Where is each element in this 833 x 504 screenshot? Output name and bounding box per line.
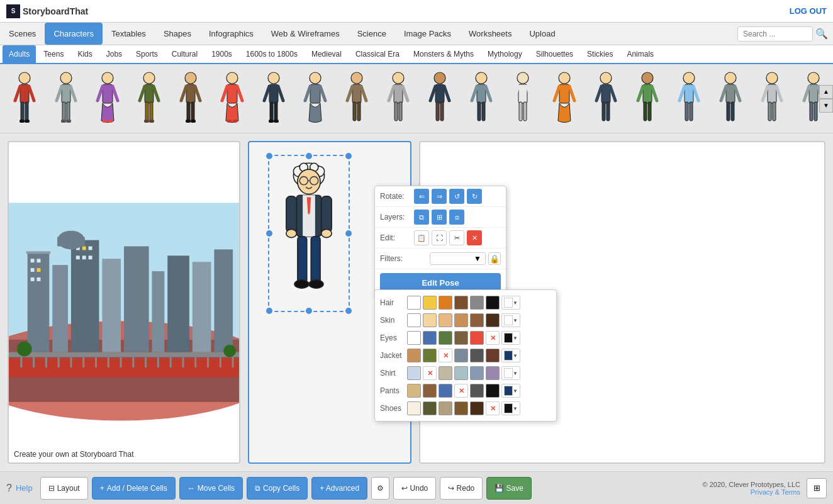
shoes-color-picker[interactable]: ▼ [501, 401, 520, 415]
copy-cells-button[interactable]: ⧉ Copy Cells [247, 477, 308, 500]
eyes-color-picker[interactable]: ▼ [501, 331, 520, 345]
hair-color-picker[interactable]: ▼ [501, 296, 520, 310]
pants-color-tan[interactable] [407, 384, 421, 398]
tab-textables[interactable]: Textables [103, 23, 155, 45]
pants-color-brown[interactable] [423, 384, 437, 398]
sub-tab-adults[interactable]: Adults [3, 45, 36, 63]
sub-tab-1600s-1800s[interactable]: 1600s to 1800s [240, 45, 304, 63]
sub-tab-medieval[interactable]: Medieval [305, 45, 348, 63]
pants-color-picker[interactable]: ▼ [501, 384, 520, 398]
storyboard-cell-1[interactable]: Create your own at Storyboard That [8, 141, 240, 464]
scroll-up-arrow[interactable]: ▲ [819, 85, 833, 99]
layer-center-btn[interactable]: ⊞ [432, 210, 447, 225]
character-item[interactable] [586, 68, 625, 130]
shirt-color-purple[interactable] [486, 366, 500, 380]
eyes-color-green[interactable] [439, 331, 452, 345]
eyes-color-blue[interactable] [423, 331, 437, 345]
eyes-color-red[interactable] [470, 331, 484, 345]
character-item[interactable] [5, 68, 44, 130]
search-icon[interactable]: 🔍 [815, 28, 828, 40]
redo-button[interactable]: ↪ Redo [440, 477, 483, 500]
sub-tab-cultural[interactable]: Cultural [165, 45, 204, 63]
shirt-color-blue[interactable] [470, 366, 484, 380]
skin-color-tan[interactable] [439, 313, 452, 327]
character-item[interactable] [47, 68, 86, 130]
jacket-color-olive[interactable] [423, 349, 437, 362]
search-input[interactable] [737, 26, 813, 42]
character-item[interactable] [503, 68, 542, 130]
shirt-color-lightblue[interactable] [407, 366, 421, 380]
sub-tab-stickies[interactable]: Stickies [581, 45, 619, 63]
tab-characters[interactable]: Characters [45, 23, 103, 45]
sub-tab-monsters-myths[interactable]: Monsters & Myths [407, 45, 480, 63]
shoes-color-x[interactable]: ✕ [486, 401, 500, 415]
shirt-color-x[interactable]: ✕ [423, 366, 437, 380]
rotate-flip-left-btn[interactable]: ⇐ [414, 189, 429, 204]
tab-science[interactable]: Science [349, 23, 395, 45]
character-item[interactable] [213, 68, 252, 130]
sub-tab-teens[interactable]: Teens [37, 45, 70, 63]
character-item[interactable] [420, 68, 459, 130]
expand-btn[interactable]: ⛶ [432, 230, 447, 245]
eyes-color-white[interactable] [407, 331, 421, 345]
character-item[interactable] [337, 68, 376, 130]
rotate-cw-btn[interactable]: ↻ [467, 189, 482, 204]
character-item[interactable] [88, 68, 127, 130]
pants-color-blue[interactable] [439, 384, 452, 398]
tab-upload[interactable]: Upload [520, 23, 564, 45]
scroll-down-arrow[interactable]: ▼ [819, 99, 833, 113]
tab-web-wireframes[interactable]: Web & Wireframes [262, 23, 349, 45]
tab-worksheets[interactable]: Worksheets [460, 23, 520, 45]
move-cells-button[interactable]: ↔ Move Cells [179, 477, 243, 500]
sub-tab-mythology[interactable]: Mythology [481, 45, 528, 63]
copy-btn[interactable]: 📋 [414, 230, 429, 245]
character-item[interactable] [545, 68, 584, 130]
rotate-flip-right-btn[interactable]: ⇒ [432, 189, 447, 204]
layer-back-btn[interactable]: ⧉ [414, 210, 429, 225]
eyes-color-hazel[interactable] [454, 331, 468, 345]
puzzle-button[interactable]: ⚙ [371, 477, 389, 500]
privacy-link[interactable]: Privacy & Terms [751, 488, 800, 496]
layer-front-btn[interactable]: ⧈ [449, 210, 464, 225]
character-item[interactable] [462, 68, 501, 130]
help-button[interactable]: Help [16, 483, 33, 493]
sub-tab-sports[interactable]: Sports [130, 45, 164, 63]
jacket-color-darkgray[interactable] [470, 349, 484, 362]
pants-color-black[interactable] [486, 384, 500, 398]
undo-button[interactable]: ↩ Undo [393, 477, 436, 500]
sub-tab-classical-era[interactable]: Classical Era [349, 45, 406, 63]
character-item[interactable] [379, 68, 418, 130]
sub-tab-silhouettes[interactable]: Silhouettes [530, 45, 579, 63]
tab-shapes[interactable]: Shapes [155, 23, 200, 45]
lock-icon[interactable]: 🔒 [488, 252, 501, 265]
sub-tab-jobs[interactable]: Jobs [100, 45, 128, 63]
skin-color-white[interactable] [407, 313, 421, 327]
tab-infographics[interactable]: Infographics [200, 23, 262, 45]
shoes-color-olive[interactable] [423, 401, 437, 415]
character-item[interactable] [171, 68, 210, 130]
advanced-button[interactable]: + Advanced [311, 477, 367, 500]
character-item[interactable] [711, 68, 750, 130]
hair-color-yellow[interactable] [423, 296, 437, 310]
character-item[interactable] [254, 68, 293, 130]
hair-color-gray[interactable] [470, 296, 484, 310]
sub-tab-animals[interactable]: Animals [620, 45, 660, 63]
character-item[interactable] [752, 68, 791, 130]
eyes-color-x[interactable]: ✕ [486, 331, 500, 345]
hair-color-white[interactable] [407, 296, 421, 310]
jacket-color-darkred[interactable] [486, 349, 500, 362]
add-delete-button[interactable]: + Add / Delete Cells [92, 477, 176, 500]
skin-color-dark[interactable] [470, 313, 484, 327]
character-item[interactable] [669, 68, 708, 130]
shoes-color-white[interactable] [407, 401, 421, 415]
jacket-color-gray[interactable] [454, 349, 468, 362]
shoes-color-tan[interactable] [439, 401, 452, 415]
skin-color-picker[interactable]: ▼ [501, 313, 520, 327]
shoes-color-darkbrown[interactable] [470, 401, 484, 415]
skin-color-medium[interactable] [454, 313, 468, 327]
jacket-color-picker[interactable]: ▼ [501, 349, 520, 362]
character-item[interactable] [296, 68, 335, 130]
shoes-color-brown[interactable] [454, 401, 468, 415]
jacket-color-tan[interactable] [407, 349, 421, 362]
skin-color-light[interactable] [423, 313, 437, 327]
